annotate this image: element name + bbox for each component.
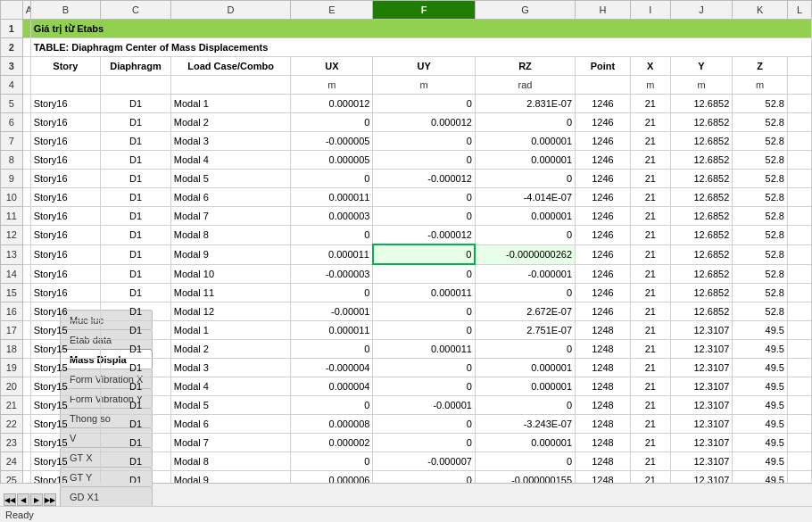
cell-diaphragm: D1 — [101, 359, 171, 377]
cell-l — [787, 95, 811, 113]
row-num: 21 — [1, 396, 23, 415]
cell-load: Modal 4 — [170, 377, 291, 396]
cell-load: Modal 9 — [170, 244, 291, 264]
cell-a — [22, 207, 30, 226]
table-row: 24Story15D1Modal 80-0.000007012482112.31… — [1, 452, 812, 471]
cell-a — [22, 340, 30, 359]
cell-l — [787, 113, 811, 132]
unit-l — [787, 76, 811, 95]
cell-uy: 0.000011 — [373, 284, 475, 302]
row-num: 23 — [1, 434, 23, 452]
status-bar: Ready — [0, 506, 812, 522]
cell-x: 21 — [630, 170, 670, 188]
cell-z: 52.8 — [733, 170, 788, 188]
cell-z: 52.8 — [733, 302, 788, 321]
cell-point: 1246 — [576, 151, 631, 170]
cell-z: 52.8 — [733, 264, 788, 284]
cell-z: 52.8 — [733, 95, 788, 113]
row-num: 24 — [1, 452, 23, 471]
cell-ux: 0.000004 — [291, 377, 373, 396]
cell-y: 12.3107 — [670, 340, 733, 359]
unit-x: m — [630, 76, 670, 95]
cell-diaphragm: D1 — [101, 132, 171, 151]
cell-rz: 0.000001 — [475, 377, 575, 396]
cell-diaphragm: D1 — [101, 244, 171, 264]
cell-z: 52.8 — [733, 284, 788, 302]
cell-z: 49.5 — [733, 452, 788, 471]
cell-z: 49.5 — [733, 396, 788, 415]
cell-uy: 0 — [373, 415, 475, 434]
table-row: 22Story15D1Modal 60.0000080-3.243E-07124… — [1, 415, 812, 434]
table-row: 18Story15D1Modal 200.000011012482112.310… — [1, 340, 812, 359]
cell-y: 12.3107 — [670, 434, 733, 452]
cell-story: Story16 — [30, 284, 101, 302]
cell-diaphragm: D1 — [101, 188, 171, 207]
cell-z: 49.5 — [733, 471, 788, 484]
cell-uy: 0 — [373, 302, 475, 321]
cell-diaphragm: D1 — [101, 321, 171, 340]
cell-rz: 0 — [475, 226, 575, 245]
table-row: 19Story15D1Modal 3-0.00000400.0000011248… — [1, 359, 812, 377]
cell-l — [787, 302, 811, 321]
sheet-tab-gd-x1[interactable]: GD X1 — [60, 486, 153, 506]
cell-a — [22, 284, 30, 302]
cell-ux: 0.000011 — [291, 188, 373, 207]
cell-ux: -0.000004 — [291, 359, 373, 377]
cell-a — [22, 113, 30, 132]
cell-story: Story16 — [30, 207, 101, 226]
row-num: 5 — [1, 95, 23, 113]
unit-story — [30, 76, 101, 95]
col-i-header: I — [630, 1, 670, 20]
cell-story: Story15 — [30, 434, 101, 452]
cell-l — [787, 471, 811, 484]
cell-rz: 0.000001 — [475, 132, 575, 151]
cell-x: 21 — [630, 340, 670, 359]
cell-y: 12.6852 — [670, 113, 733, 132]
cell-x: 21 — [630, 471, 670, 484]
cell-y: 12.3107 — [670, 377, 733, 396]
cell-z: 52.8 — [733, 188, 788, 207]
cell-ux: -0.000005 — [291, 132, 373, 151]
cell-ux: 0 — [291, 396, 373, 415]
table-row: 13Story16D1Modal 90.0000110-0.0000000262… — [1, 244, 812, 264]
cell-b1: Giá trị từ Etabs — [30, 20, 811, 38]
cell-y: 12.6852 — [670, 170, 733, 188]
cell-z: 49.5 — [733, 359, 788, 377]
table-row: 15Story16D1Modal 1100.000011012462112.68… — [1, 284, 812, 302]
cell-uy: 0 — [373, 188, 475, 207]
row-num: 11 — [1, 207, 23, 226]
cell-x: 21 — [630, 396, 670, 415]
cell-uy: 0 — [373, 321, 475, 340]
tab-scroll-first[interactable]: ◀◀ — [4, 493, 16, 506]
cell-ux: 0.000011 — [291, 244, 373, 264]
cell-story: Story16 — [30, 264, 101, 284]
cell-uy: 0.000011 — [373, 340, 475, 359]
row-1: 1 Giá trị từ Etabs — [1, 20, 812, 38]
cell-l — [787, 188, 811, 207]
row-num-3: 3 — [1, 57, 23, 76]
cell-a2 — [22, 38, 30, 57]
tab-scroll-prev[interactable]: ◀ — [17, 493, 29, 506]
cell-ux: 0.000002 — [291, 434, 373, 452]
cell-a4 — [22, 76, 30, 95]
cell-y: 12.6852 — [670, 188, 733, 207]
row-num-1: 1 — [1, 20, 23, 38]
cell-uy: 0 — [373, 151, 475, 170]
table-row: 11Story16D1Modal 70.00000300.00000112462… — [1, 207, 812, 226]
row-num: 25 — [1, 471, 23, 484]
unit-z: m — [733, 76, 788, 95]
cell-point: 1248 — [576, 471, 631, 484]
cell-rz: 2.831E-07 — [475, 95, 575, 113]
cell-diaphragm: D1 — [101, 415, 171, 434]
row-4: 4 m m rad m m m — [1, 76, 812, 95]
cell-ux: 0 — [291, 226, 373, 245]
cell-load: Modal 2 — [170, 113, 291, 132]
cell-y: 12.3107 — [670, 396, 733, 415]
cell-a3 — [22, 57, 30, 76]
tab-scroll-last[interactable]: ▶▶ — [44, 493, 56, 506]
cell-point: 1248 — [576, 321, 631, 340]
tab-scroll-next[interactable]: ▶ — [30, 493, 43, 506]
cell-diaphragm: D1 — [101, 434, 171, 452]
col-h-header: H — [576, 1, 631, 20]
cell-point: 1246 — [576, 113, 631, 132]
